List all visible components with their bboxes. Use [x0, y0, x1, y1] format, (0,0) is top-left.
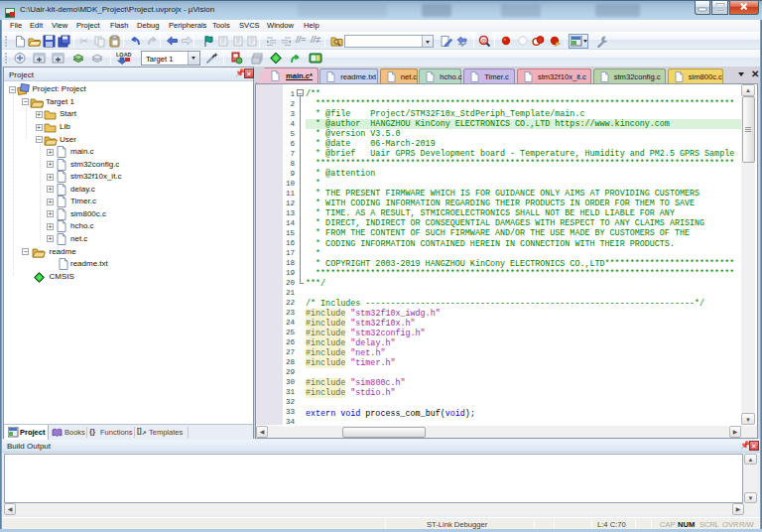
svg-text:@: @ — [481, 38, 487, 44]
svg-text:LOAD: LOAD — [116, 52, 132, 58]
